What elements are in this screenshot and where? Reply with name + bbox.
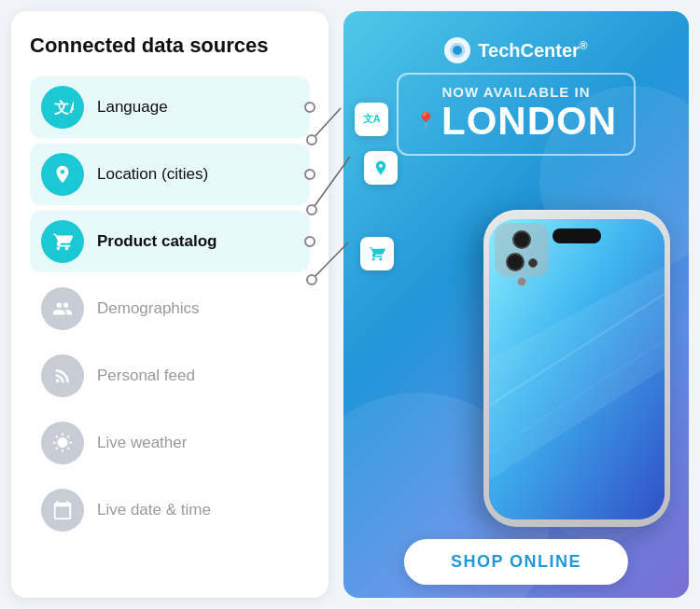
float-loc-icon	[364, 151, 398, 185]
location-icon	[41, 153, 84, 196]
language-icon: 文A	[41, 86, 84, 129]
phone-outer	[483, 210, 670, 527]
language-label: Language	[97, 98, 168, 117]
location-connector-dot	[304, 169, 315, 180]
source-item-personal[interactable]: Personal feed	[30, 345, 310, 407]
source-item-datetime[interactable]: Live date & time	[30, 479, 310, 541]
personal-icon	[41, 354, 84, 397]
source-item-product[interactable]: Product catalog	[30, 211, 310, 272]
personal-label: Personal feed	[97, 367, 195, 385]
camera-lens-2	[506, 253, 525, 271]
product-icon	[41, 220, 84, 263]
language-connector-dot	[304, 102, 315, 113]
tech-header: TechCenter®	[444, 37, 587, 63]
product-label: Product catalog	[97, 232, 217, 251]
app-name: TechCenter®	[478, 39, 587, 62]
left-panel: Connected data sources 文A Language Locat…	[11, 11, 329, 598]
right-panel: TechCenter® NOW AVAILABLE IN 📍 LONDON 文A	[343, 11, 689, 598]
weather-icon	[41, 422, 84, 464]
weather-label: Live weather	[97, 434, 187, 452]
city-name: LONDON	[441, 100, 617, 143]
camera-lens-1	[512, 230, 531, 249]
availability-box: NOW AVAILABLE IN 📍 LONDON	[397, 73, 636, 156]
phone-notch	[553, 228, 601, 243]
phone-image	[474, 210, 679, 546]
product-connector-dot	[304, 236, 315, 247]
source-item-weather[interactable]: Live weather	[30, 412, 310, 474]
source-item-language[interactable]: 文A Language	[30, 76, 310, 138]
float-cart-icon	[360, 237, 394, 270]
demographics-label: Demographics	[97, 299, 200, 318]
datetime-label: Live date & time	[97, 501, 211, 519]
float-lang-icon: 文A	[355, 103, 388, 136]
location-label: Location (cities)	[97, 165, 208, 184]
available-label: NOW AVAILABLE IN	[415, 84, 617, 100]
panel-title: Connected data sources	[30, 34, 310, 58]
shop-online-button[interactable]: SHOP ONLINE	[404, 539, 628, 585]
datetime-icon	[41, 489, 84, 532]
city-row: 📍 LONDON	[415, 100, 617, 143]
city-pin-icon: 📍	[415, 111, 436, 131]
tech-logo-icon	[444, 37, 470, 63]
source-item-location[interactable]: Location (cities)	[30, 144, 310, 205]
source-item-demographics[interactable]: Demographics	[30, 278, 310, 339]
camera-flash	[517, 277, 526, 286]
demographics-icon	[41, 287, 84, 330]
svg-text:文A: 文A	[54, 99, 74, 116]
tech-logo-inner	[453, 46, 462, 55]
camera-lens-3	[528, 258, 538, 268]
svg-text:文A: 文A	[363, 113, 381, 124]
